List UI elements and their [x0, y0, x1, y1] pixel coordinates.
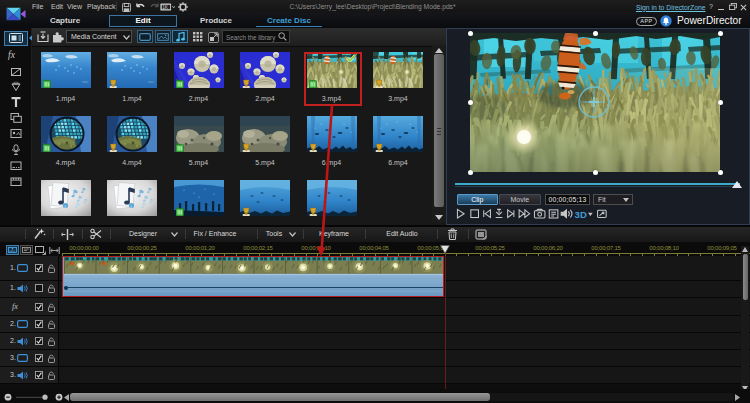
svg-text:3D: 3D: [575, 209, 587, 220]
svg-text:1K: 1K: [162, 5, 168, 10]
